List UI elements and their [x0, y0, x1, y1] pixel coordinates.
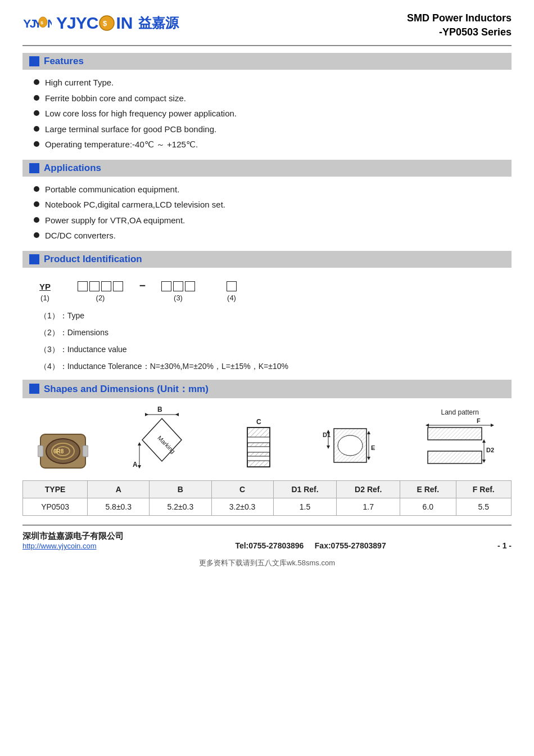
- land-pattern-label: Land pattern: [441, 408, 478, 416]
- table-header: TYPE A B C D1 Ref. D2 Ref. E Ref. F Ref.: [23, 480, 512, 498]
- title-line1: SMD Power Inductors: [407, 11, 512, 25]
- footer-contact: Tel:0755-27803896 Fax:0755-27803897: [235, 541, 386, 550]
- list-item: Operating temperature:-40℃ ～ +125℃.: [34, 138, 512, 151]
- coin-icon: $: [99, 15, 115, 31]
- list-item: Low core loss for high frequency power a…: [34, 107, 512, 120]
- pid-diagram: YP (1) (2) －: [39, 278, 495, 302]
- pid-box: [173, 281, 183, 291]
- dimensions-table: TYPE A B C D1 Ref. D2 Ref. E Ref. F Ref.…: [22, 480, 512, 516]
- pid-note-3: （3）：Inductance value: [39, 341, 495, 357]
- list-item: High current Type.: [34, 76, 512, 89]
- pid-note-4: （4）：Inductance Tolerance：N=±30%,M=±20%，L…: [39, 358, 495, 374]
- figure-land-pattern: Land pattern F D2: [423, 408, 496, 474]
- svg-marker-17: [145, 413, 148, 416]
- col-header-c: C: [211, 480, 273, 498]
- cell-d2: 1.7: [337, 498, 400, 515]
- pid-box: [113, 281, 123, 291]
- pid-cell-1: YP (1): [39, 282, 51, 302]
- bullet-dot: [34, 201, 39, 207]
- cell-a: 5.8±0.3: [88, 498, 150, 515]
- col-header-a: A: [88, 480, 150, 498]
- col-header-d1: D1 Ref.: [273, 480, 337, 498]
- bullet-dot: [34, 79, 39, 85]
- pid-icon: [29, 254, 39, 264]
- table-header-row: TYPE A B C D1 Ref. D2 Ref. E Ref. F Ref.: [23, 480, 512, 498]
- svg-marker-23: [138, 465, 141, 469]
- pid-box: [161, 281, 171, 291]
- pid-cell-4: (4): [227, 281, 237, 302]
- inductor-photo-svg: 6R8: [38, 429, 88, 474]
- pid-notes: （1）：Type （2）：Dimensions （3）：Inductance v…: [39, 308, 495, 374]
- bullet-dot: [34, 141, 39, 147]
- figure-diamond: B Marking A: [128, 406, 196, 474]
- svg-marker-56: [482, 439, 486, 443]
- diamond-svg: B Marking A: [128, 406, 196, 474]
- features-section: Features High current Type. Ferrite bobb…: [22, 53, 512, 160]
- svg-text:N: N: [47, 17, 52, 30]
- footer-tel: Tel:0755-27803896: [235, 541, 304, 550]
- applications-icon: [29, 163, 39, 173]
- figure-side-view: D1 E: [322, 417, 383, 474]
- svg-text:Marking: Marking: [156, 434, 177, 454]
- shapes-title: Shapes and Dimensions (Unit：mm): [44, 382, 209, 395]
- table-row: YP0503 5.8±0.3 5.2±0.3 3.2±0.3 1.5 1.7 6…: [23, 498, 512, 515]
- applications-list: Portable communication equipment. Notebo…: [22, 181, 512, 251]
- pid-part1-label: YP: [39, 282, 51, 291]
- figure-inductor-photo: 6R8: [38, 429, 88, 474]
- cell-c: 3.2±0.3: [211, 498, 273, 515]
- col-header-b: B: [150, 480, 211, 498]
- website-link[interactable]: http://www.yjycoin.com: [22, 542, 124, 550]
- pid-part3-num: (3): [174, 294, 183, 302]
- footer-page: - 1 -: [497, 541, 512, 550]
- svg-rect-31: [247, 456, 270, 461]
- pid-boxes-4: [227, 281, 237, 291]
- features-title: Features: [44, 56, 84, 67]
- pid-boxes-3: [161, 281, 195, 291]
- land-pattern-svg: F D2: [423, 417, 496, 474]
- logo-brand: YJYC $ IN 益嘉源: [56, 14, 179, 33]
- pid-cell-3: (3): [161, 281, 195, 302]
- svg-text:$: $: [103, 19, 107, 28]
- pid-row-top: YP (1) (2) －: [39, 278, 495, 302]
- list-item: Portable communication equipment.: [34, 183, 512, 196]
- logo-icon: Y J Y $ N: [22, 11, 52, 35]
- applications-title: Applications: [44, 163, 101, 174]
- svg-rect-29: [247, 437, 270, 443]
- header-title: SMD Power Inductors -YP0503 Series: [407, 11, 512, 39]
- list-item: DC/DC converters.: [34, 230, 512, 242]
- svg-text:C: C: [256, 418, 261, 426]
- col-header-f: F Ref.: [456, 480, 511, 498]
- svg-rect-59: [428, 428, 482, 440]
- svg-text:E: E: [371, 444, 375, 451]
- svg-marker-24: [138, 442, 141, 446]
- shapes-section: Shapes and Dimensions (Unit：mm) 6R8: [22, 380, 512, 516]
- svg-rect-14: [83, 446, 88, 457]
- col-header-d2: D2 Ref.: [337, 480, 400, 498]
- bullet-dot: [34, 126, 39, 132]
- svg-marker-18: [175, 413, 179, 416]
- svg-marker-45: [367, 431, 370, 434]
- bottom-note: 更多资料下载请到五八文库wk.58sms.com: [22, 555, 512, 568]
- col-header-type: TYPE: [23, 480, 88, 498]
- pid-box: [101, 281, 111, 291]
- svg-marker-42: [327, 446, 330, 449]
- cell-type: YP0503: [23, 498, 88, 515]
- list-item: Ferrite bobbin core and compact size.: [34, 92, 512, 105]
- features-icon: [29, 56, 39, 66]
- pid-part4-num: (4): [227, 294, 236, 302]
- svg-marker-57: [482, 460, 486, 463]
- page-footer: 深圳市益嘉源电子有限公司 http://www.yjycoin.com Tel:…: [22, 525, 512, 550]
- features-list: High current Type. Ferrite bobbin core a…: [22, 74, 512, 160]
- pid-boxes-2: [78, 281, 123, 291]
- svg-marker-53: [491, 424, 494, 427]
- svg-marker-46: [367, 457, 370, 460]
- list-item: Large terminal surface for good PCB bond…: [34, 123, 512, 136]
- pid-box: [185, 281, 195, 291]
- svg-rect-13: [38, 446, 43, 457]
- cross-section-svg: C: [236, 417, 281, 474]
- pid-box: [78, 281, 88, 291]
- page-header: Y J Y $ N YJYCOIN YJYC $ IN 益嘉源: [22, 11, 512, 46]
- pid-title: Product Identification: [44, 254, 142, 265]
- product-identification-section: Product Identification YP (1): [22, 251, 512, 380]
- pid-note-2: （2）：Dimensions: [39, 325, 495, 340]
